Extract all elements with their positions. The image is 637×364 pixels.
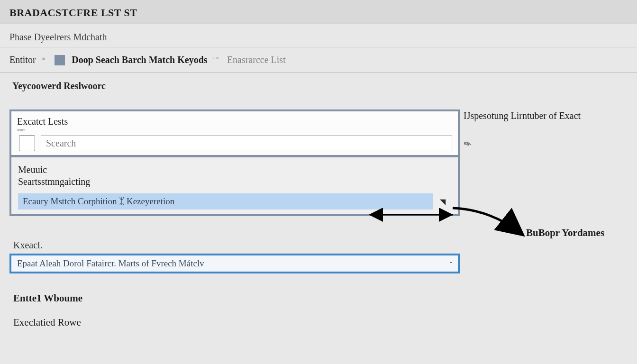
panel-area: Excatct Lests srstre ✎ Meuuic Seartsstmn… — [0, 95, 637, 328]
pencil-icon[interactable]: ✎ — [462, 138, 473, 151]
panel2-title-line2: Seartsstmngaicting — [18, 176, 90, 187]
app-title: BRADACSTCFRE LST ST — [9, 7, 628, 19]
match-panel: Meuuic Seartsstmngaicting Ecaury Msttch … — [9, 156, 460, 216]
search-input[interactable] — [41, 135, 452, 151]
arrow-curve-icon — [450, 204, 531, 242]
footer-labels: Entte1 Wboume Execlatied Rowe — [9, 292, 628, 328]
selected-match-panel[interactable]: Epaat Aleah Dorol Fataircr. Marts of Fvr… — [9, 254, 460, 273]
separator-icon: · º — [213, 55, 218, 63]
toolbar-prefix: Entitor — [9, 55, 36, 65]
toolbar: Entitor ≈ Doop Seach Barch Match Keyods … — [0, 48, 637, 73]
panel2-title-line1: Meuuic — [18, 164, 47, 175]
panel1-title: Excatct Lests — [17, 116, 452, 127]
sub-heading: Phase Dyeelrers Mdchath — [0, 24, 637, 48]
top-bar: BRADACSTCFRE LST ST — [0, 0, 637, 24]
highlighted-option[interactable]: Ecaury Msttch Corphition ᛯ Kezeyeretion — [18, 193, 433, 209]
panel2-title: Meuuic Seartsstmngaicting — [18, 164, 452, 188]
footer-line-1: Entte1 Wboume — [13, 292, 628, 304]
side-label-2: BuBopr Yordames — [526, 227, 604, 239]
arrow-left-icon — [368, 208, 458, 227]
section-heading: Yeycoowerd Reslwoorc — [0, 73, 637, 95]
panel3-text: Epaat Aleah Dorol Fataircr. Marts of Fvr… — [17, 258, 204, 269]
toolbar-secondary-label: Enasrarcce List — [227, 55, 286, 65]
chevron-down-icon[interactable]: ◥ — [433, 197, 452, 206]
checkbox-input[interactable] — [17, 135, 37, 151]
toolbar-main-label: Doop Seach Barch Match Keyods — [72, 55, 207, 65]
separator-icon: ≈ — [42, 55, 46, 63]
exact-lists-panel: Excatct Lests srstre ✎ — [9, 109, 460, 157]
side-note-label: IJspesotung Lirntuber of Exact — [464, 110, 581, 121]
panel3-label: Kxeacl. — [13, 240, 628, 251]
arrow-up-icon[interactable]: ↑ — [449, 259, 453, 269]
panel1-sublabel: srstre — [17, 128, 452, 132]
square-icon — [55, 55, 65, 65]
footer-line-2: Execlatied Rowe — [13, 317, 628, 328]
